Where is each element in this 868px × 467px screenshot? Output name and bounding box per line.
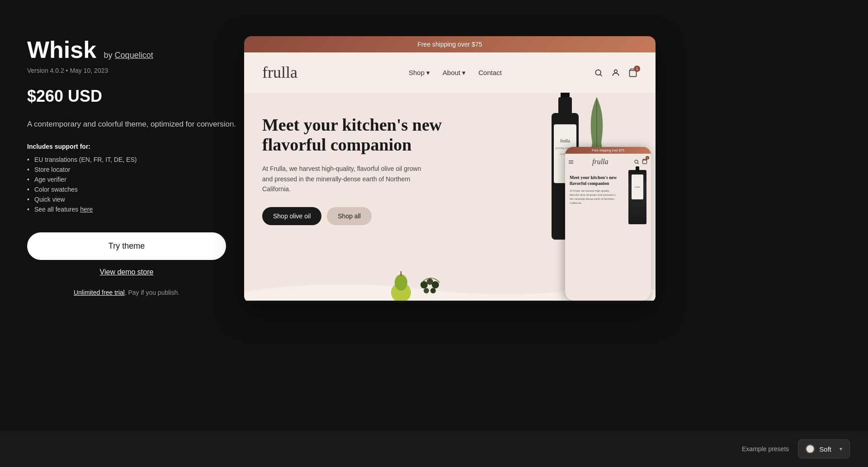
chevron-down-icon: ▾ (462, 69, 466, 77)
list-item: Quick view (27, 194, 244, 204)
theme-description: A contemporary and colorful theme, optim… (27, 118, 244, 130)
svg-point-14 (635, 160, 638, 163)
store-preview-window: Free shipping over $75 frulla Shop ▾ Abo… (244, 36, 656, 303)
hero-buttons: Shop olive oil Shop all (262, 207, 479, 225)
svg-point-24 (430, 288, 436, 293)
hero-description: At Frulla, we harvest high-quality, flav… (262, 164, 425, 194)
view-demo-button[interactable]: View demo store (27, 268, 226, 276)
try-theme-button[interactable]: Try theme (27, 232, 226, 260)
theme-title-row: Whisk by Coquelicot (27, 36, 244, 63)
cart-icon[interactable]: 1 (628, 68, 637, 77)
list-item: Color swatches (27, 184, 244, 194)
store-navigation: frulla Shop ▾ About ▾ Contact (244, 52, 656, 93)
shop-olive-oil-button[interactable]: Shop olive oil (262, 207, 321, 225)
mobile-announcement-bar: Free shipping over $75 (565, 147, 651, 154)
free-trial-notice: Unlimited free trial. Pay if you publish… (27, 289, 226, 296)
list-item: Age verifier (27, 175, 244, 184)
announcement-bar: Free shipping over $75 (244, 36, 656, 52)
svg-line-15 (637, 163, 638, 164)
includes-list: EU translations (EN, FR, IT, DE, ES) Sto… (27, 155, 244, 214)
mobile-cart-badge: 1 (646, 156, 649, 160)
features-link[interactable]: here (80, 206, 93, 213)
includes-section: Includes support for: EU translations (E… (27, 143, 244, 214)
svg-text:frulla: frulla (262, 63, 297, 81)
preset-color-circle (806, 444, 815, 453)
svg-text:frulla: frulla (592, 158, 609, 166)
svg-point-1 (595, 70, 601, 75)
free-trial-link[interactable]: Unlimited free trial (74, 289, 125, 296)
list-item: See all features here (27, 204, 244, 214)
mobile-logo: frulla (592, 156, 615, 168)
svg-point-3 (614, 70, 618, 73)
mobile-bottle: frulla (628, 170, 646, 224)
svg-text:frulla: frulla (560, 138, 570, 143)
mobile-cart-icon: 1 (642, 158, 647, 166)
theme-author: by Coquelicot (104, 51, 153, 60)
preset-name: Soft (819, 445, 831, 453)
mobile-screen: Free shipping over $75 frulla (565, 147, 651, 301)
theme-price: $260 USD (27, 87, 244, 106)
hero-title: Meet your kitchen's new flavorful compan… (262, 115, 479, 155)
shop-all-button[interactable]: Shop all (327, 207, 372, 225)
mobile-hero-title: Meet your kitchen's new flavorful compan… (570, 175, 619, 186)
nav-link-about[interactable]: About ▾ (443, 69, 466, 77)
search-icon[interactable] (594, 68, 603, 77)
mobile-hero: frulla Meet your kitchen's new flavorful… (565, 170, 651, 301)
cart-badge: 1 (634, 66, 640, 72)
hero-section: Meet your kitchen's new flavorful compan… (244, 93, 656, 301)
user-icon[interactable] (611, 68, 620, 77)
chevron-down-icon: ▾ (840, 446, 842, 452)
svg-rect-6 (558, 97, 572, 115)
mobile-nav-icons: 1 (634, 158, 647, 166)
list-item: Store locator (27, 165, 244, 175)
includes-title: Includes support for: (27, 143, 244, 150)
author-link[interactable]: Coquelicot (115, 51, 153, 60)
left-panel: Whisk by Coquelicot Version 4.0.2 • May … (27, 36, 244, 296)
presets-label: Example presets (742, 445, 789, 453)
nav-link-shop[interactable]: Shop ▾ (409, 69, 430, 77)
store-logo: frulla (262, 60, 316, 85)
preset-selector[interactable]: Soft ▾ (798, 439, 850, 458)
hamburger-icon (569, 160, 573, 164)
svg-line-2 (600, 74, 602, 76)
mobile-hero-description: At Frulla, we harvest high-quality, flav… (570, 189, 619, 205)
chevron-down-icon: ▾ (426, 69, 430, 77)
nav-icons: 1 (594, 68, 637, 77)
theme-version: Version 4.0.2 • May 10, 2023 (27, 67, 244, 74)
list-item: EU translations (EN, FR, IT, DE, ES) (27, 155, 244, 165)
mobile-mockup: Free shipping over $75 frulla (565, 147, 651, 301)
theme-name: Whisk (27, 37, 96, 63)
nav-links: Shop ▾ About ▾ Contact (409, 69, 502, 77)
hero-content: Meet your kitchen's new flavorful compan… (262, 115, 479, 283)
nav-link-contact[interactable]: Contact (478, 69, 502, 76)
svg-point-23 (424, 288, 429, 293)
bottom-bar: Example presets Soft ▾ (0, 431, 868, 467)
